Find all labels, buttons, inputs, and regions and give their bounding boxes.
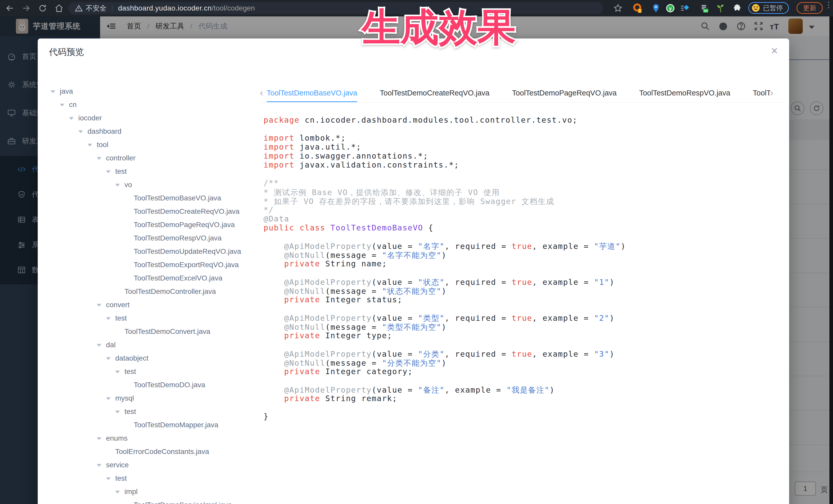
tree-node-label: ToolTestDemoPageReqVO.java	[134, 221, 235, 229]
caret-down-icon[interactable]	[60, 104, 65, 106]
caret-down-icon[interactable]	[88, 144, 92, 146]
code-tab-4[interactable]: ToolTestDemoUpdateReqVO.java	[753, 85, 770, 101]
tree-file[interactable]: ToolTestDemoPageReqVO.java	[38, 218, 258, 232]
tree-folder[interactable]: impl	[38, 485, 258, 498]
code-viewer[interactable]: package cn.iocoder.dashboard.modules.too…	[264, 116, 782, 421]
tree-folder[interactable]: convert	[38, 298, 258, 312]
code-line: /**	[264, 178, 782, 187]
file-tab-bar: ‹ ToolTestDemoBaseVO.javaToolTestDemoCre…	[260, 85, 789, 103]
code-tab-1[interactable]: ToolTestDemoCreateReqVO.java	[380, 85, 490, 101]
tree-file[interactable]: ToolTestDemoCreateReqVO.java	[38, 205, 258, 218]
code-line: @ApiModelProperty(value = "名字", required…	[264, 241, 782, 250]
tree-node-label: ToolTestDemoRespVO.java	[134, 234, 221, 242]
caret-down-icon[interactable]	[51, 90, 55, 93]
extension-sprout-icon[interactable]	[715, 3, 726, 13]
chrome-menu-kebab-icon[interactable]: ⋮	[825, 3, 829, 6]
code-line: @NotNull(message = "类型不能为空")	[264, 322, 782, 331]
code-line: import io.swagger.annotations.*;	[264, 151, 782, 160]
not-secure-warning-icon	[75, 4, 82, 12]
tree-file[interactable]: ToolTestDemoServiceImpl.java	[38, 498, 258, 504]
tree-folder[interactable]: service	[38, 458, 258, 472]
code-line: import java.util.*;	[264, 142, 782, 151]
code-line: @NotNull(message = "状态不能为空")	[264, 286, 782, 295]
tree-folder[interactable]: controller	[38, 151, 258, 165]
bookmark-star-icon[interactable]	[613, 3, 623, 13]
tree-node-label: ToolTestDemoExcelVO.java	[134, 274, 222, 282]
tree-folder[interactable]: enums	[38, 432, 258, 445]
caret-down-icon[interactable]	[97, 464, 101, 467]
extension-blue-diamond-icon[interactable]	[680, 3, 690, 13]
chrome-update-button[interactable]: 更新	[796, 2, 823, 14]
extension-green-circle-icon[interactable]: y	[665, 3, 675, 13]
forward-icon[interactable]	[22, 4, 31, 13]
code-line	[264, 124, 782, 134]
tabs-prev-icon[interactable]: ‹	[260, 85, 267, 101]
tree-folder[interactable]: test	[38, 365, 258, 378]
tree-file[interactable]: ToolTestDemoMapper.java	[38, 418, 258, 432]
code-tab-0[interactable]: ToolTestDemoBaseVO.java	[267, 85, 357, 102]
extensions-puzzle-icon[interactable]	[732, 3, 742, 13]
tree-node-label: convert	[106, 301, 129, 309]
caret-down-icon[interactable]	[115, 411, 120, 413]
tree-folder[interactable]: dashboard	[38, 125, 258, 138]
tree-folder[interactable]: dal	[38, 338, 258, 352]
code-line: private String remark;	[264, 394, 782, 403]
tree-file[interactable]: ToolTestDemoRespVO.java	[38, 232, 258, 245]
paused-label: 已暂停	[763, 4, 783, 13]
extension-orange-loop-icon[interactable]: 1	[632, 3, 643, 13]
code-line: import javax.validation.constraints.*;	[264, 160, 782, 169]
home-icon[interactable]	[54, 4, 64, 13]
tree-node-label: test	[124, 367, 136, 376]
back-icon[interactable]	[5, 4, 15, 13]
tree-folder[interactable]: test	[38, 472, 258, 485]
caret-down-icon[interactable]	[97, 304, 101, 307]
tree-file[interactable]: ToolTestDemoDO.java	[38, 378, 258, 391]
reload-icon[interactable]	[38, 4, 47, 13]
tree-node-label: ToolTestDemoController.java	[124, 287, 216, 296]
tree-folder[interactable]: cn	[38, 98, 258, 111]
address-bar[interactable]: 不安全 dashboard.yudao.iocoder.cn/tool/code…	[68, 2, 603, 15]
caret-down-icon[interactable]	[115, 184, 120, 187]
caret-down-icon[interactable]	[115, 491, 120, 494]
extension-blue-pin-icon[interactable]	[651, 3, 661, 13]
caret-down-icon[interactable]	[106, 397, 111, 400]
caret-down-icon[interactable]	[115, 370, 120, 374]
tree-file[interactable]: ToolTestDemoExportReqVO.java	[38, 258, 258, 271]
tree-folder[interactable]: test	[38, 405, 258, 418]
update-label: 更新	[803, 4, 816, 13]
code-tab-2[interactable]: ToolTestDemoPageReqVO.java	[512, 85, 617, 101]
code-line: private String name;	[264, 259, 782, 268]
tree-folder[interactable]: dataobject	[38, 352, 258, 365]
tree-folder[interactable]: java	[38, 85, 258, 98]
tree-file[interactable]: ToolTestDemoUpdateReqVO.java	[38, 245, 258, 258]
tree-file[interactable]: ToolTestDemoExcelVO.java	[38, 271, 258, 285]
tabs-next-icon[interactable]: ›	[770, 85, 777, 101]
close-icon[interactable]: ×	[771, 45, 778, 56]
tree-folder[interactable]: test	[38, 165, 258, 178]
caret-down-icon[interactable]	[106, 477, 111, 480]
caret-down-icon[interactable]	[97, 344, 101, 347]
code-line: import lombok.*;	[264, 134, 782, 142]
caret-down-icon[interactable]	[106, 170, 111, 173]
tree-folder[interactable]: mysql	[38, 391, 258, 405]
caret-down-icon[interactable]	[106, 357, 111, 360]
svg-text:on: on	[704, 9, 708, 13]
tree-file[interactable]: ToolTestDemoConvert.java	[38, 325, 258, 338]
caret-down-icon[interactable]	[69, 117, 74, 120]
tree-file[interactable]: ToolErrorCodeConstants.java	[38, 445, 258, 458]
code-tab-3[interactable]: ToolTestDemoRespVO.java	[639, 85, 730, 101]
caret-down-icon[interactable]	[106, 317, 111, 320]
tree-file[interactable]: ToolTestDemoBaseVO.java	[38, 191, 258, 205]
tree-folder[interactable]: test	[38, 312, 258, 325]
caret-down-icon[interactable]	[97, 437, 101, 440]
tree-folder[interactable]: tool	[38, 138, 258, 151]
caret-down-icon[interactable]	[78, 130, 83, 133]
caret-down-icon[interactable]	[97, 157, 101, 160]
tree-folder[interactable]: vo	[38, 178, 258, 191]
code-line	[264, 304, 782, 313]
code-line: * 如果子 VO 存在差异的字段，请不要添加到这里，影响 Swagger 文档生…	[264, 196, 782, 205]
profile-paused-pill[interactable]: 已暂停	[748, 2, 789, 14]
tree-folder[interactable]: iocoder	[38, 111, 258, 125]
tree-file[interactable]: ToolTestDemoController.java	[38, 285, 258, 298]
extension-list-on-icon[interactable]: on	[699, 3, 709, 13]
